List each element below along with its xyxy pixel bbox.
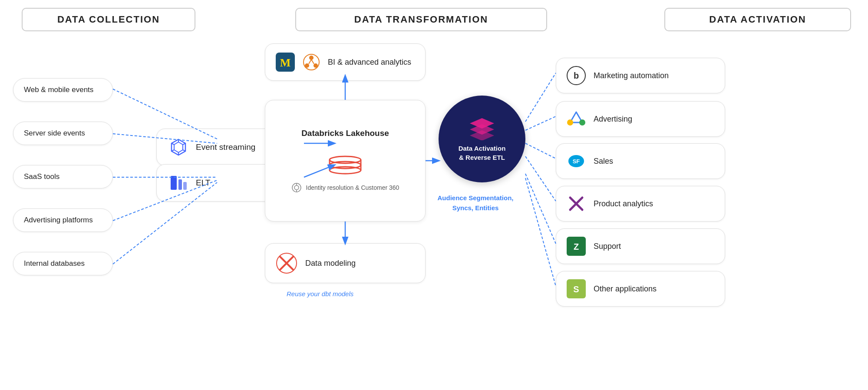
- svg-line-54: [525, 116, 556, 130]
- activation-item-advertising: Advertising: [556, 101, 725, 137]
- dbt-reuse-text: Reuse your dbt models: [287, 290, 353, 297]
- svg-rect-9: [178, 179, 182, 190]
- identity-icon: [291, 182, 302, 193]
- lakehouse-title: Databricks Lakehouse: [301, 129, 389, 138]
- svg-line-18: [311, 59, 314, 64]
- activation-item-sales: SF Sales: [556, 143, 725, 179]
- svg-line-55: [525, 143, 556, 159]
- svg-marker-31: [470, 130, 494, 140]
- sales-label: Sales: [594, 157, 613, 166]
- lakehouse-subtitle: Identity resolution & Customer 360: [306, 184, 399, 191]
- other-applications-label: Other applications: [594, 284, 657, 294]
- collection-item-internal-db: Internal databases: [13, 252, 113, 275]
- svg-point-33: [579, 119, 585, 126]
- svg-text:Z: Z: [574, 242, 579, 251]
- collection-item-advertising: Advertising platforms: [13, 208, 113, 232]
- activation-icon: [468, 116, 496, 140]
- michigan-icon: M: [276, 53, 295, 72]
- activation-item-other: S Other applications: [556, 271, 725, 307]
- elt-icon: [169, 173, 188, 192]
- collection-item-web-mobile: Web & mobile events: [13, 78, 113, 102]
- svg-line-17: [309, 59, 311, 64]
- activation-title: DATA ACTIVATION: [709, 14, 806, 25]
- activation-title: Data Activation& Reverse ETL: [459, 144, 506, 162]
- hexagon-icon: [169, 138, 188, 157]
- audience-text: Audience Segmentation,Syncs, Entities: [430, 193, 521, 213]
- shopify-icon: S: [567, 279, 586, 298]
- collection-item-saas-tools: SaaS tools: [13, 165, 113, 188]
- header-activation: DATA ACTIVATION: [664, 8, 851, 31]
- bi-label: BI & advanced analytics: [328, 58, 411, 67]
- svg-point-14: [309, 56, 314, 60]
- svg-point-34: [567, 119, 573, 126]
- header-transformation: DATA TRANSFORMATION: [295, 8, 547, 31]
- support-label: Support: [594, 242, 621, 251]
- header-collection: DATA COLLECTION: [22, 8, 195, 31]
- lakehouse-box: Databricks Lakehouse Identity resolution…: [265, 100, 426, 221]
- collection-item-server-side: Server side events: [13, 122, 113, 145]
- svg-rect-10: [183, 182, 187, 190]
- svg-text:S: S: [573, 284, 579, 294]
- event-streaming-label: Event streaming: [196, 142, 255, 152]
- braze-icon: b: [567, 66, 586, 85]
- activation-circle: Data Activation& Reverse ETL: [439, 96, 525, 182]
- svg-line-53: [525, 73, 556, 122]
- svg-point-21: [330, 156, 361, 163]
- advertising-label: Advertising: [594, 115, 632, 124]
- svg-text:SF: SF: [573, 158, 580, 165]
- svg-text:M: M: [280, 56, 291, 69]
- diagram-container: DATA COLLECTION DATA TRANSFORMATION DATA…: [0, 0, 868, 390]
- svg-point-23: [294, 185, 299, 190]
- svg-line-58: [525, 178, 556, 286]
- modeling-label: Data modeling: [305, 259, 356, 268]
- svg-marker-1: [174, 142, 183, 152]
- svg-line-57: [525, 174, 556, 244]
- bi-box: M BI & advanced analytics: [265, 43, 426, 81]
- modeling-icon: [276, 252, 297, 274]
- zendesk-icon: Z: [567, 237, 586, 256]
- activation-item-support: Z Support: [556, 228, 725, 264]
- marketing-automation-label: Marketing automation: [594, 71, 669, 80]
- mixpanel-icon: [567, 194, 586, 213]
- modeling-box: Data modeling: [265, 243, 426, 283]
- activation-item-product: Product analytics: [556, 186, 725, 221]
- svg-rect-8: [171, 176, 177, 190]
- fivetran-icon: [303, 53, 320, 71]
- svg-line-56: [525, 156, 556, 201]
- product-analytics-label: Product analytics: [594, 199, 653, 208]
- svg-point-15: [305, 63, 309, 68]
- svg-point-16: [314, 63, 318, 68]
- collection-title: DATA COLLECTION: [57, 14, 160, 25]
- activation-item-marketing: b Marketing automation: [556, 58, 725, 93]
- databricks-icon: [328, 145, 363, 175]
- google-ads-icon: [567, 109, 586, 129]
- salesforce-icon: SF: [567, 152, 586, 171]
- elt-label: ELT: [196, 178, 210, 188]
- transformation-title: DATA TRANSFORMATION: [354, 14, 488, 25]
